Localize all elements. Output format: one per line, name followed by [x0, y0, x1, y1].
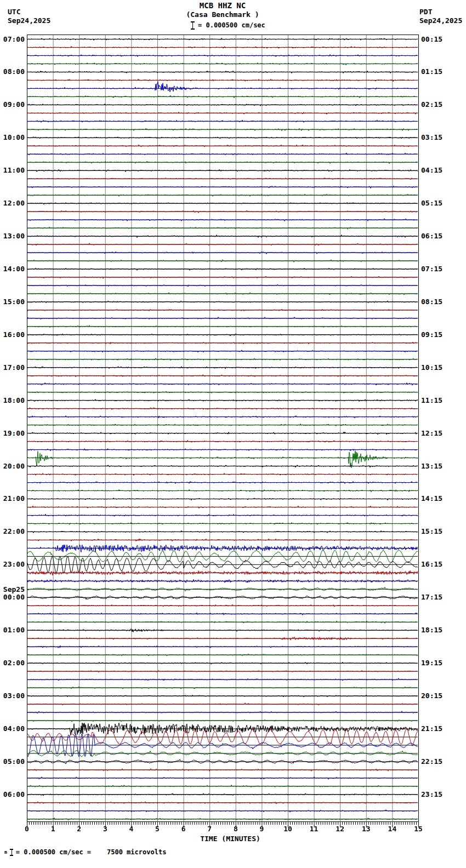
utc-hour-label: 16:00: [3, 331, 25, 339]
pdt-hour-label: 16:15: [421, 561, 442, 568]
utc-hour-label: 21:00: [3, 495, 25, 502]
footer-scale-note: m = 0.000500 cm/sec = 7500 microvolts: [4, 848, 166, 856]
pdt-hour-label: 03:15: [421, 134, 442, 141]
x-tick-label: 4: [129, 825, 133, 833]
pdt-hour-label: 17:15: [421, 593, 442, 601]
utc-hour-label: 15:00: [3, 298, 25, 306]
utc-hour-label: 18:00: [3, 397, 25, 404]
pdt-hour-label: 01:15: [421, 68, 442, 76]
pdt-hour-label: 19:15: [421, 659, 442, 667]
pdt-hour-label: 21:15: [421, 725, 442, 733]
pdt-hour-label: 06:15: [421, 232, 442, 240]
utc-hour-label: 06:00: [3, 791, 25, 798]
pdt-hour-label: 10:15: [421, 364, 442, 372]
utc-hour-label: 09:00: [3, 101, 25, 108]
x-tick-label: 5: [155, 825, 160, 833]
footer-scale-text: = 0.000500 cm/sec = 7500 microvolts: [16, 848, 167, 856]
pdt-hour-label: 07:15: [421, 265, 442, 273]
x-tick-label: 11: [310, 825, 319, 833]
utc-hour-label: 08:00: [3, 68, 25, 76]
x-tick-label: 3: [103, 825, 107, 833]
utc-hour-label: 19:00: [3, 430, 25, 437]
footer-scale-bar-icon: [10, 849, 13, 856]
x-tick-label: 8: [234, 825, 238, 833]
x-tick-label: 1: [51, 825, 55, 833]
pdt-hour-label: 02:15: [421, 101, 442, 108]
utc-hour-label: 11:00: [3, 167, 25, 174]
pdt-hour-label: 14:15: [421, 495, 442, 502]
utc-hour-label: 23:00: [3, 561, 25, 568]
scale-bar-icon: [191, 21, 195, 30]
utc-hour-label: 05:00: [3, 758, 25, 766]
utc-hour-label: 13:00: [3, 232, 25, 240]
x-tick-label: 14: [388, 825, 397, 833]
pdt-hour-label: 09:15: [421, 331, 442, 339]
utc-hour-label: 17:00: [3, 364, 25, 372]
helicorder-canvas: [27, 35, 419, 829]
date-break-label: Sep25: [3, 586, 25, 593]
x-tick-label: 2: [77, 825, 81, 833]
pdt-hour-label: 18:15: [421, 626, 442, 634]
pdt-hour-label: 11:15: [421, 397, 442, 404]
x-tick-label: 6: [181, 825, 186, 833]
utc-hour-label: 00:00: [3, 593, 25, 601]
utc-hour-label: 12:00: [3, 199, 25, 207]
x-tick-label: 12: [336, 825, 344, 833]
station-title: MCB HHZ NC: [0, 1, 445, 10]
utc-hour-label: 03:00: [3, 692, 25, 700]
pdt-hour-label: 05:15: [421, 199, 442, 207]
station-subtitle: (Casa Benchmark ): [0, 10, 445, 19]
webicorder-page: UTC Sep24,2025 PDT Sep24,2025 MCB HHZ NC…: [0, 0, 466, 868]
pdt-hour-label: 00:15: [421, 36, 442, 43]
x-tick-label: 13: [362, 825, 371, 833]
utc-hour-label: 22:00: [3, 528, 25, 535]
utc-hour-label: 07:00: [3, 36, 25, 43]
scale-text: = 0.000500 cm/sec: [198, 21, 265, 29]
x-tick-label: 15: [414, 825, 423, 833]
pdt-hour-label: 15:15: [421, 528, 442, 535]
x-axis-title: TIME (MINUTES): [200, 835, 260, 843]
pdt-hour-label: 13:15: [421, 462, 442, 470]
x-tick-label: 7: [207, 825, 212, 833]
pdt-hour-label: 12:15: [421, 430, 442, 437]
pdt-hour-label: 22:15: [421, 758, 442, 766]
pdt-hour-label: 08:15: [421, 298, 442, 306]
utc-hour-label: 01:00: [3, 626, 25, 634]
utc-hour-label: 20:00: [3, 462, 25, 470]
utc-hour-label: 02:00: [3, 659, 25, 667]
utc-hour-label: 10:00: [3, 134, 25, 141]
x-tick-label: 10: [283, 825, 292, 833]
x-tick-label: 9: [259, 825, 264, 833]
pdt-hour-label: 20:15: [421, 692, 442, 700]
utc-hour-label: 04:00: [3, 725, 25, 733]
x-tick-label: 0: [25, 825, 29, 833]
utc-hour-label: 14:00: [3, 265, 25, 273]
pdt-hour-label: 04:15: [421, 167, 442, 174]
footer-prefix-glyph: m: [4, 850, 7, 855]
amplitude-scale-line: = 0.000500 cm/sec: [191, 21, 265, 30]
pdt-hour-label: 23:15: [421, 791, 442, 798]
